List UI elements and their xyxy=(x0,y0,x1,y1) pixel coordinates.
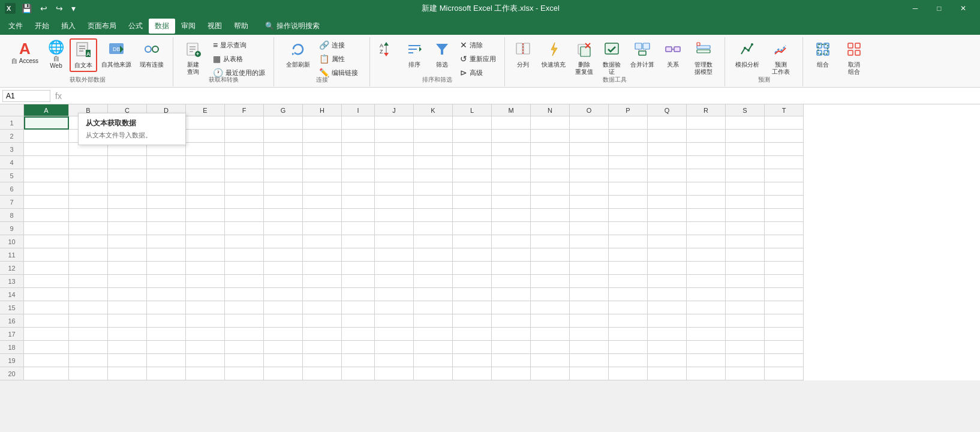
cell-K11[interactable] xyxy=(414,248,453,262)
col-header-J[interactable]: J xyxy=(375,104,414,116)
cell-M8[interactable] xyxy=(492,209,531,222)
menu-view[interactable]: 视图 xyxy=(202,19,228,34)
cell-H4[interactable] xyxy=(303,156,342,169)
cell-R18[interactable] xyxy=(687,341,726,354)
cell-H17[interactable] xyxy=(303,328,342,341)
cell-F11[interactable] xyxy=(225,248,264,262)
new-query-button[interactable]: + 新建查询 xyxy=(178,38,208,78)
cell-B8[interactable] xyxy=(69,209,108,222)
cell-P10[interactable] xyxy=(609,235,648,248)
col-header-H[interactable]: H xyxy=(303,104,342,116)
cell-N9[interactable] xyxy=(531,222,570,235)
cell-L7[interactable] xyxy=(453,196,492,209)
cell-S12[interactable] xyxy=(726,262,765,275)
cell-G4[interactable] xyxy=(264,156,303,169)
cell-Q14[interactable] xyxy=(648,288,687,301)
cell-R12[interactable] xyxy=(687,262,726,275)
cell-P8[interactable] xyxy=(609,209,648,222)
cell-A11[interactable] xyxy=(24,248,69,262)
cell-K9[interactable] xyxy=(414,222,453,235)
cell-I4[interactable] xyxy=(342,156,375,169)
what-if-analysis-button[interactable]: 模拟分析 xyxy=(731,38,763,71)
cell-C8[interactable] xyxy=(108,209,147,222)
menu-file[interactable]: 文件 xyxy=(2,19,29,34)
cell-O1[interactable] xyxy=(570,116,609,130)
cell-D16[interactable] xyxy=(147,314,186,328)
cell-E20[interactable] xyxy=(186,367,225,380)
cell-Q5[interactable] xyxy=(648,169,687,182)
row-number-5[interactable]: 5 xyxy=(0,169,24,182)
cell-M17[interactable] xyxy=(492,328,531,341)
cell-E8[interactable] xyxy=(186,209,225,222)
cell-J15[interactable] xyxy=(375,301,414,314)
cell-R13[interactable] xyxy=(687,275,726,288)
cell-I17[interactable] xyxy=(342,328,375,341)
undo-button[interactable]: ↩ xyxy=(38,2,50,14)
cell-E9[interactable] xyxy=(186,222,225,235)
cell-Q13[interactable] xyxy=(648,275,687,288)
cell-H8[interactable] xyxy=(303,209,342,222)
cell-G20[interactable] xyxy=(264,367,303,380)
cell-E3[interactable] xyxy=(186,143,225,156)
cell-T13[interactable] xyxy=(765,275,804,288)
cell-T17[interactable] xyxy=(765,328,804,341)
cell-L2[interactable] xyxy=(453,130,492,143)
cell-M2[interactable] xyxy=(492,130,531,143)
cell-Q6[interactable] xyxy=(648,182,687,196)
col-header-P[interactable]: P xyxy=(609,104,648,116)
cell-O15[interactable] xyxy=(570,301,609,314)
cell-P14[interactable] xyxy=(609,288,648,301)
cell-N2[interactable] xyxy=(531,130,570,143)
cell-K1[interactable] xyxy=(414,116,453,130)
cell-R19[interactable] xyxy=(687,354,726,367)
cell-J12[interactable] xyxy=(375,262,414,275)
cell-R2[interactable] xyxy=(687,130,726,143)
cell-L15[interactable] xyxy=(453,301,492,314)
cell-D20[interactable] xyxy=(147,367,186,380)
cell-R3[interactable] xyxy=(687,143,726,156)
cell-C18[interactable] xyxy=(108,341,147,354)
cell-K20[interactable] xyxy=(414,367,453,380)
row-number-17[interactable]: 17 xyxy=(0,328,24,341)
cell-L18[interactable] xyxy=(453,341,492,354)
formula-input[interactable] xyxy=(64,91,978,101)
row-number-11[interactable]: 11 xyxy=(0,248,24,262)
cell-F15[interactable] xyxy=(225,301,264,314)
cell-H12[interactable] xyxy=(303,262,342,275)
cell-G18[interactable] xyxy=(264,341,303,354)
cell-D9[interactable] xyxy=(147,222,186,235)
relationships-button[interactable]: 关系 xyxy=(660,38,686,71)
cell-R17[interactable] xyxy=(687,328,726,341)
cell-L16[interactable] xyxy=(453,314,492,328)
cell-I2[interactable] xyxy=(342,130,375,143)
data-validation-button[interactable]: 数据验证 xyxy=(599,38,625,78)
cell-A15[interactable] xyxy=(24,301,69,314)
cell-C4[interactable] xyxy=(108,156,147,169)
cell-F10[interactable] xyxy=(225,235,264,248)
col-header-L[interactable]: L xyxy=(453,104,492,116)
cell-I16[interactable] xyxy=(342,314,375,328)
cell-G16[interactable] xyxy=(264,314,303,328)
row-number-1[interactable]: 1 xyxy=(0,116,24,130)
col-header-T[interactable]: T xyxy=(765,104,804,116)
cell-B15[interactable] xyxy=(69,301,108,314)
cell-G8[interactable] xyxy=(264,209,303,222)
cell-N10[interactable] xyxy=(531,235,570,248)
cell-P7[interactable] xyxy=(609,196,648,209)
row-number-16[interactable]: 16 xyxy=(0,314,24,328)
cell-T19[interactable] xyxy=(765,354,804,367)
cell-F2[interactable] xyxy=(225,130,264,143)
cell-Q18[interactable] xyxy=(648,341,687,354)
cell-I11[interactable] xyxy=(342,248,375,262)
cell-F14[interactable] xyxy=(225,288,264,301)
cell-O12[interactable] xyxy=(570,262,609,275)
row-number-19[interactable]: 19 xyxy=(0,354,24,367)
cell-C5[interactable] xyxy=(108,169,147,182)
cell-S17[interactable] xyxy=(726,328,765,341)
cell-Q20[interactable] xyxy=(648,367,687,380)
cell-J9[interactable] xyxy=(375,222,414,235)
cell-D10[interactable] xyxy=(147,235,186,248)
cell-G3[interactable] xyxy=(264,143,303,156)
cell-I18[interactable] xyxy=(342,341,375,354)
cell-B13[interactable] xyxy=(69,275,108,288)
